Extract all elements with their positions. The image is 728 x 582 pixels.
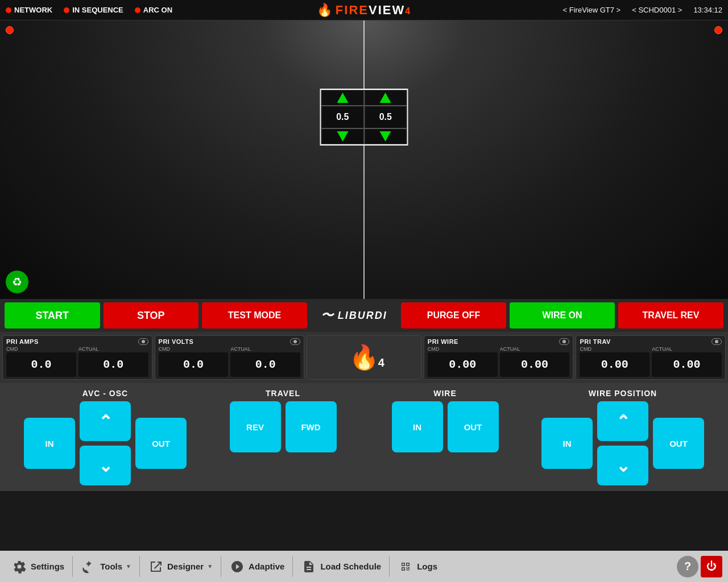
arc-on-label: ARC ON	[143, 6, 172, 14]
settings-button[interactable]: Settings	[6, 555, 70, 578]
divider-3	[221, 556, 221, 577]
travel-rev-button[interactable]: TRAVEL REV	[618, 302, 723, 329]
travel-fwd-button[interactable]: FWD	[286, 401, 337, 452]
pri-trav-actual-col: ACTUAL 0.00	[652, 346, 722, 377]
recycle-icon[interactable]: ♻	[6, 271, 28, 293]
wire-on-button[interactable]: WIRE ON	[510, 302, 615, 329]
logo-number: 4	[378, 356, 384, 369]
top-bar-right: < FireView GT7 > < SCHD0001 > 13:34:12	[563, 6, 722, 14]
wire-buttons: IN OUT	[392, 401, 499, 452]
stop-button[interactable]: STOP	[104, 302, 199, 329]
top-right-indicator	[714, 26, 722, 34]
arc-on-status: ARC ON	[135, 6, 172, 14]
wire-pos-in-button[interactable]: IN	[541, 418, 593, 469]
pri-volts-eye-button[interactable]	[290, 338, 300, 345]
adaptive-icon	[229, 559, 245, 575]
pri-volts-cmd-col: CMD 0.0	[159, 346, 229, 377]
in-sequence-dot	[64, 7, 69, 13]
pri-amps-actual-col: ACTUAL 0.0	[78, 346, 148, 377]
pri-trav-cmd-label: CMD	[580, 346, 650, 352]
divider-1	[72, 556, 73, 577]
right-down-button[interactable]	[364, 128, 407, 144]
pri-trav-actual-value: 0.00	[652, 352, 722, 377]
settings-label: Settings	[31, 562, 64, 571]
pri-trav-eye-button[interactable]	[712, 338, 722, 345]
pri-trav-meter: PRI TRAV CMD 0.00 ACTUAL 0.00	[576, 335, 726, 380]
network-dot	[6, 7, 11, 13]
wire-in-button[interactable]: IN	[392, 401, 443, 452]
right-arrow-down-icon[interactable]	[380, 131, 391, 142]
travel-buttons: REV FWD	[230, 401, 337, 452]
in-sequence-label: IN SEQUENCE	[72, 6, 123, 14]
controls-main-row: AVC - OSC IN ⌃ ⌄ OUT TRAVEL REV FWD WIRE…	[11, 389, 717, 485]
top-left-indicator	[6, 26, 14, 34]
help-button[interactable]: ?	[677, 556, 698, 577]
pri-amps-eye-button[interactable]	[138, 338, 148, 345]
right-arrow-up-icon[interactable]	[380, 93, 391, 103]
power-button[interactable]: ⏻	[701, 556, 722, 577]
wire-position-buttons: IN ⌃ ⌄ OUT	[541, 401, 704, 485]
device-label: < FireView GT7 >	[563, 6, 621, 14]
pri-wire-eye-button[interactable]	[559, 338, 569, 345]
crosshair-control-box: 0.5 0.5	[320, 89, 408, 146]
right-up-button[interactable]	[364, 90, 407, 106]
brand-logo: 🔥 FIREFIREVIEWVIEW4	[317, 3, 411, 18]
travel-label: TRAVEL	[266, 389, 300, 398]
tools-chevron-icon: ▼	[126, 563, 131, 569]
pri-amps-cmd-col: CMD 0.0	[6, 346, 76, 377]
pri-trav-cmd-value: 0.00	[580, 352, 650, 377]
pri-amps-actual-value: 0.0	[78, 352, 148, 377]
network-label: NETWORK	[14, 6, 52, 14]
clock: 13:34:12	[693, 6, 722, 14]
designer-button[interactable]: Designer ▼	[142, 555, 218, 578]
start-button[interactable]: START	[5, 302, 100, 329]
avc-osc-section: AVC - OSC IN ⌃ ⌄ OUT	[11, 389, 199, 485]
left-arrow-up-icon[interactable]	[337, 93, 348, 103]
tools-label: Tools	[100, 562, 122, 571]
avc-up-button[interactable]: ⌃	[80, 401, 131, 441]
adaptive-button[interactable]: Adaptive	[224, 555, 290, 578]
pri-wire-cmd-value: 0.00	[428, 352, 498, 377]
left-up-button[interactable]	[321, 90, 365, 106]
status-indicators: NETWORK IN SEQUENCE ARC ON	[6, 6, 172, 14]
pri-amps-meter: PRI AMPS CMD 0.0 ACTUAL 0.0	[2, 335, 152, 380]
wire-position-label: WIRE POSITION	[589, 389, 657, 398]
avc-out-button[interactable]: OUT	[135, 418, 187, 469]
wire-pos-up-button[interactable]: ⌃	[597, 401, 648, 441]
load-schedule-button[interactable]: Load Schedule	[295, 555, 387, 578]
settings-icon	[11, 559, 27, 575]
left-down-button[interactable]	[321, 128, 365, 144]
pri-trav-label: PRI TRAV	[580, 338, 611, 345]
in-sequence-status: IN SEQUENCE	[64, 6, 123, 14]
test-mode-button[interactable]: TEST MODE	[202, 302, 307, 329]
wire-out-button[interactable]: OUT	[448, 401, 499, 452]
travel-section: TRAVEL REV FWD	[205, 389, 361, 452]
schedule-label: < SCHD0001 >	[632, 6, 682, 14]
load-schedule-label: Load Schedule	[320, 562, 381, 571]
pri-wire-cmd-col: CMD 0.00	[428, 346, 498, 377]
flame-logo-container: 🔥 4	[349, 346, 379, 369]
network-status: NETWORK	[6, 6, 52, 14]
pri-volts-cmd-value: 0.0	[159, 352, 229, 377]
avc-in-button[interactable]: IN	[24, 418, 75, 469]
liburdi-logo: 〜 LIBURDI	[311, 307, 398, 324]
meter-row: PRI AMPS CMD 0.0 ACTUAL 0.0 PRI VOLTS CM…	[0, 332, 728, 383]
avc-buttons: IN ⌃ ⌄ OUT	[24, 401, 187, 485]
wire-pos-out-button[interactable]: OUT	[653, 418, 704, 469]
pri-wire-cmd-label: CMD	[428, 346, 498, 352]
wire-pos-down-button[interactable]: ⌄	[597, 446, 648, 485]
top-bar: NETWORK IN SEQUENCE ARC ON 🔥 FIREFIREVIE…	[0, 0, 728, 20]
vertical-crosshair	[363, 20, 365, 299]
logs-icon	[398, 559, 413, 575]
avc-down-button[interactable]: ⌄	[80, 446, 131, 485]
left-arrow-down-icon[interactable]	[337, 131, 348, 142]
wire-pos-arrow-col: ⌃ ⌄	[597, 401, 648, 485]
wire-section: WIRE IN OUT	[367, 389, 523, 452]
tools-button[interactable]: Tools ▼	[75, 555, 137, 578]
logs-label: Logs	[417, 562, 437, 571]
purge-off-button[interactable]: PURGE OFF	[401, 302, 506, 329]
recycle-button[interactable]: ♻	[6, 271, 28, 293]
pri-volts-actual-label: ACTUAL	[230, 346, 300, 352]
logs-button[interactable]: Logs	[392, 555, 443, 578]
travel-rev-button[interactable]: REV	[230, 401, 281, 452]
